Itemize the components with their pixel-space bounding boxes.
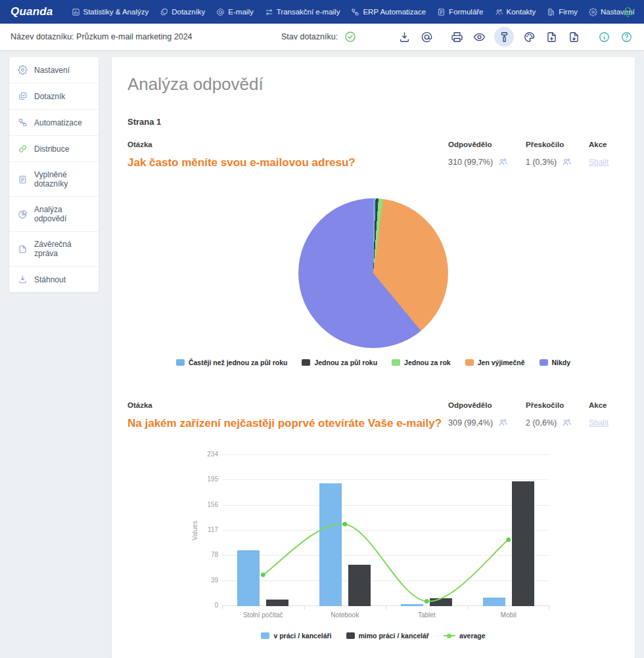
question-text: Jak často měníte svou e-mailovou adresu? <box>127 152 448 172</box>
legend-item-nikdy[interactable]: Nikdy <box>540 359 571 366</box>
at-icon <box>216 8 225 16</box>
nav-item-transakcni-e-maily[interactable]: Transakční e-maily <box>265 8 340 16</box>
nav-item-dotazniky[interactable]: Dotazníky <box>160 8 205 16</box>
x-category-notebook: Notebook <box>304 606 386 619</box>
content-card: Analýza odpovědí Strana 1 Otázka Odpověd… <box>112 57 635 658</box>
form-icon <box>437 8 446 16</box>
legend-item-average[interactable]: average <box>444 632 486 640</box>
legend-label: Jen výjimečně <box>478 359 525 366</box>
at-icon[interactable] <box>419 30 434 44</box>
sidebar-item-stahnout[interactable]: Stáhnout <box>9 267 99 292</box>
sidebar-item-label: Automatizace <box>34 118 82 127</box>
page-title: Analýza odpovědí <box>127 74 619 95</box>
sidebar-item-automatizace[interactable]: Automatizace <box>9 110 99 136</box>
bar-chart-plot <box>222 455 549 606</box>
nav-item-kontakty[interactable]: Kontakty <box>495 8 536 16</box>
page-section-label: Strana 1 <box>127 117 619 127</box>
sidebar-item-label: Dotazník <box>34 92 65 101</box>
legend-label: Jednou za půl roku <box>314 359 377 366</box>
survey-name: Název dotazníku: Průzkum e-mail marketin… <box>11 32 193 41</box>
bar-chart: Values 03978117156195234 Stolní počítačN… <box>193 455 552 619</box>
automation-icon <box>18 118 28 127</box>
gear-icon <box>589 8 597 16</box>
bar-mimo-praci-kancelar <box>348 565 371 606</box>
sidebar-item-zaverecna-zprava[interactable]: Závěrečná zpráva <box>9 232 99 267</box>
legend-item-casteji-nez-jednou-za-pul-roku[interactable]: Častěji než jednou za půl roku <box>176 359 288 366</box>
x-axis-categories: Stolní počítačNotebookTabletMobil <box>222 606 549 619</box>
legend-item-jednou-za-pul-roku[interactable]: Jednou za půl roku <box>302 359 377 366</box>
bar-v-praci-kancelari <box>237 550 260 607</box>
question-text: Na jakém zařízení nejčastěji poprvé otev… <box>127 412 448 433</box>
y-tick-label: 117 <box>208 526 218 533</box>
respondents-icon[interactable] <box>498 157 508 167</box>
download-icon[interactable] <box>397 30 411 44</box>
nav-item-statistiky-analyzy[interactable]: Statistiky & Analýzy <box>72 8 149 16</box>
legend-item-mimo-praci-kancelar[interactable]: mimo práci / kancelář <box>346 632 429 640</box>
question-header-row: Otázka Odpovědělo Přeskočilo Akce <box>127 398 619 412</box>
bar-group-mobil <box>468 455 550 606</box>
y-tick-label: 156 <box>207 501 218 508</box>
toolbar-icon-group <box>449 27 581 47</box>
question-block-1: Otázka Odpovědělo Přeskočilo Akce Jak ča… <box>127 137 619 366</box>
nav-item-e-maily[interactable]: E-maily <box>216 8 253 16</box>
file-export-icon[interactable] <box>566 30 581 44</box>
copy-check-icon <box>18 91 28 101</box>
notifications-bell-icon[interactable] <box>622 7 633 18</box>
toolbar-icon-group <box>597 30 633 44</box>
x-tick <box>222 606 223 609</box>
pie-chart <box>298 198 448 348</box>
legend-swatch <box>302 359 310 366</box>
sidebar: NastaveníDotazníkAutomatizaceDistribuceV… <box>9 57 99 292</box>
legend-label: Jednou za rok <box>404 359 451 366</box>
toggles-icon <box>265 8 273 16</box>
legend-item-v-praci-kancelari[interactable]: v práci / kanceláři <box>261 632 331 640</box>
sidebar-item-nastaveni[interactable]: Nastavení <box>9 57 99 83</box>
legend-swatch <box>465 359 474 366</box>
eye-icon[interactable] <box>472 30 486 44</box>
help-icon[interactable] <box>619 30 633 44</box>
doc-lines-icon <box>18 175 28 185</box>
paint-roller-icon[interactable] <box>494 27 514 47</box>
x-tick <box>386 606 386 609</box>
nav-item-erp-automatizace[interactable]: ERP Automatizace <box>351 8 426 16</box>
building-icon <box>547 8 555 16</box>
nav-item-firmy[interactable]: Firmy <box>547 8 578 16</box>
legend-item-jen-vyjimecne[interactable]: Jen výjimečně <box>465 359 525 366</box>
nav-menu: Statistiky & AnalýzyDotazníkyE-mailyTran… <box>72 8 615 16</box>
respondents-icon[interactable] <box>562 418 572 428</box>
legend-line-marker <box>444 635 455 636</box>
palette-icon[interactable] <box>522 30 536 44</box>
bar-group-notebook <box>304 455 386 606</box>
collapse-link[interactable]: Sbalit <box>589 418 619 428</box>
bar-v-praci-kancelari <box>319 483 342 606</box>
page-body: NastaveníDotazníkAutomatizaceDistribuceV… <box>0 51 644 658</box>
legend-item-jednou-za-rok[interactable]: Jednou za rok <box>392 359 451 366</box>
x-category-tablet: Tablet <box>386 606 468 619</box>
contacts-icon <box>495 8 503 16</box>
y-axis-label: Values <box>193 455 204 606</box>
legend-swatch <box>261 632 269 639</box>
col-skipped: Přeskočilo <box>526 398 589 412</box>
collapse-link[interactable]: Sbalit <box>589 158 619 167</box>
skipped-value: 2 (0,6%) <box>526 418 589 428</box>
nav-item-formulare[interactable]: Formuláře <box>437 8 483 16</box>
bar-group-stolni-pocitac <box>222 455 304 606</box>
respondents-icon[interactable] <box>498 418 508 428</box>
x-category-stolni-pocitac: Stolní počítač <box>222 606 304 619</box>
info-icon[interactable] <box>597 30 611 44</box>
sidebar-item-dotaznik[interactable]: Dotazník <box>9 83 99 110</box>
legend-swatch <box>346 632 355 639</box>
app-logo[interactable]: Quanda <box>11 5 53 18</box>
printer-icon[interactable] <box>449 30 464 44</box>
question-header-row: Otázka Odpovědělo Přeskočilo Akce <box>127 137 619 152</box>
sidebar-item-distribuce[interactable]: Distribuce <box>9 136 99 162</box>
respondents-icon[interactable] <box>562 157 572 167</box>
legend-label: v práci / kanceláři <box>273 632 331 640</box>
file-plus-icon[interactable] <box>544 30 559 44</box>
skipped-count: 2 (0,6%) <box>526 418 557 428</box>
bars <box>222 455 549 606</box>
skipped-count: 1 (0,3%) <box>526 158 557 167</box>
sidebar-item-analyza-odpovedi[interactable]: Analýza odpovědí <box>9 197 99 232</box>
y-tick-label: 195 <box>207 475 218 483</box>
sidebar-item-vyplnene-dotazniky[interactable]: Vyplněné dotazníky <box>9 162 99 197</box>
